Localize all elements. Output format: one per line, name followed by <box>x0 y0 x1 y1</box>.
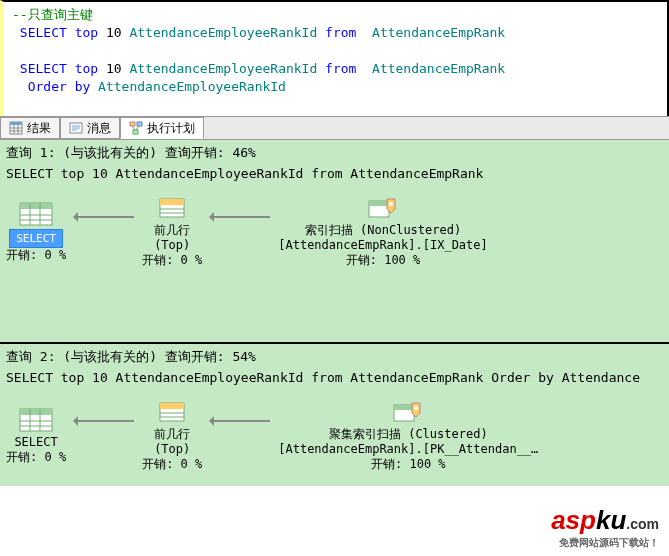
query-1-header: 查询 1: (与该批有关的) 查询开销: 46% <box>0 140 669 166</box>
plan-node-clustered-scan[interactable]: 聚集索引扫描 (Clustered) [AttendanceEmpRank].[… <box>278 399 538 472</box>
tab-messages[interactable]: 消息 <box>60 117 120 139</box>
svg-line-14 <box>136 126 139 130</box>
sql-line-3: Order by AttendanceEmployeeRankId <box>12 78 659 96</box>
svg-rect-12 <box>133 130 138 134</box>
plan-arrow <box>74 216 134 218</box>
svg-point-27 <box>389 202 393 206</box>
node-title: 聚集索引扫描 (Clustered) <box>329 427 488 442</box>
node-cost: 开销: 100 % <box>371 457 446 472</box>
sql-editor[interactable]: --只查询主键 SELECT top 10 AttendanceEmployee… <box>0 0 669 116</box>
query-2-header: 查询 2: (与该批有关的) 查询开销: 54% <box>0 344 669 370</box>
top-icon <box>154 399 190 425</box>
watermark: aspku.com 免费网站源码下载站！ <box>551 505 659 550</box>
plan-node-select[interactable]: SELECT 开销: 0 % <box>6 407 66 465</box>
node-title: 前几行 <box>154 223 190 238</box>
node-title: 索引扫描 (NonClustered) <box>305 223 461 238</box>
node-cost: 开销: 0 % <box>6 450 66 465</box>
message-icon <box>69 121 83 135</box>
svg-rect-29 <box>20 409 52 415</box>
plan-arrow <box>210 216 270 218</box>
query-2-plan[interactable]: SELECT 开销: 0 % 前几行 (Top) 开销: 0 % 聚集索引扫描 … <box>0 389 669 486</box>
svg-rect-22 <box>160 199 184 205</box>
svg-rect-26 <box>369 201 389 206</box>
query-1-sql: SELECT top 10 AttendanceEmployeeRankId f… <box>0 166 669 185</box>
query-1-plan[interactable]: SELECT 开销: 0 % 前几行 (Top) 开销: 0 % 索引扫描 (N… <box>0 185 669 282</box>
node-sub: (Top) <box>154 442 190 457</box>
sql-line-2: SELECT top 10 AttendanceEmployeeRankId f… <box>12 60 659 78</box>
select-icon <box>18 407 54 433</box>
sql-line-1: SELECT top 10 AttendanceEmployeeRankId f… <box>12 24 659 42</box>
node-title: 前几行 <box>154 427 190 442</box>
plan-node-top[interactable]: 前几行 (Top) 开销: 0 % <box>142 399 202 472</box>
tab-label: 执行计划 <box>147 120 195 137</box>
node-cost: 开销: 0 % <box>6 248 66 263</box>
node-cost: 开销: 0 % <box>142 457 202 472</box>
node-label: SELECT <box>14 435 57 450</box>
tab-label: 消息 <box>87 120 111 137</box>
grid-icon <box>9 121 23 135</box>
index-scan-icon <box>365 195 401 221</box>
svg-rect-35 <box>160 403 184 409</box>
execution-plan-panel: 查询 1: (与该批有关的) 查询开销: 46% SELECT top 10 A… <box>0 140 669 486</box>
result-tabs: 结果 消息 执行计划 <box>0 116 669 140</box>
node-sub: (Top) <box>154 238 190 253</box>
svg-rect-16 <box>20 203 52 209</box>
svg-rect-39 <box>394 405 414 410</box>
tab-execution-plan[interactable]: 执行计划 <box>120 117 204 139</box>
svg-rect-11 <box>137 122 142 126</box>
tab-results[interactable]: 结果 <box>0 117 60 139</box>
clustered-scan-icon <box>390 399 426 425</box>
query-2-sql: SELECT top 10 AttendanceEmployeeRankId f… <box>0 370 669 389</box>
sql-comment: --只查询主键 <box>12 7 93 22</box>
tab-label: 结果 <box>27 120 51 137</box>
svg-point-40 <box>414 406 418 410</box>
svg-line-13 <box>132 126 135 130</box>
node-sub: [AttendanceEmpRank].[PK__Attendan__… <box>278 442 538 457</box>
node-sub: [AttendanceEmpRank].[IX_Date] <box>278 238 488 253</box>
plan-icon <box>129 121 143 135</box>
svg-rect-1 <box>10 122 22 125</box>
node-cost: 开销: 0 % <box>142 253 202 268</box>
plan-node-index-scan[interactable]: 索引扫描 (NonClustered) [AttendanceEmpRank].… <box>278 195 488 268</box>
plan-arrow <box>74 420 134 422</box>
plan-node-top[interactable]: 前几行 (Top) 开销: 0 % <box>142 195 202 268</box>
svg-rect-10 <box>130 122 135 126</box>
node-cost: 开销: 100 % <box>346 253 421 268</box>
select-icon <box>18 201 54 227</box>
top-icon <box>154 195 190 221</box>
plan-node-select[interactable]: SELECT 开销: 0 % <box>6 201 66 263</box>
plan-arrow <box>210 420 270 422</box>
node-label: SELECT <box>9 229 63 248</box>
